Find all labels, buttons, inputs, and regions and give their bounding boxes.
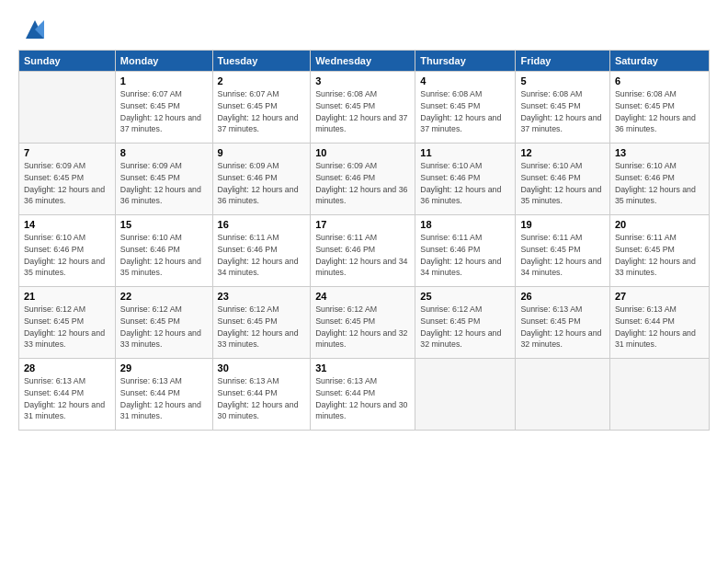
logo-icon [22,17,48,42]
header-saturday: Saturday [609,51,709,72]
day-info: Sunrise: 6:13 AMSunset: 6:44 PMDaylight:… [24,376,105,420]
day-number: 24 [315,291,410,302]
day-info: Sunrise: 6:07 AMSunset: 6:45 PMDaylight:… [218,89,299,133]
day-number: 13 [615,147,704,158]
calendar-cell [516,359,609,431]
day-info: Sunrise: 6:08 AMSunset: 6:45 PMDaylight:… [420,89,501,133]
day-number: 21 [24,291,110,302]
day-info: Sunrise: 6:10 AMSunset: 6:46 PMDaylight:… [520,161,601,205]
day-info: Sunrise: 6:12 AMSunset: 6:45 PMDaylight:… [420,304,501,349]
calendar-cell: 9 Sunrise: 6:09 AMSunset: 6:46 PMDayligh… [212,144,311,215]
logo [18,17,48,42]
calendar-week-row: 21 Sunrise: 6:12 AMSunset: 6:45 PMDaylig… [19,287,710,359]
calendar-cell: 6 Sunrise: 6:08 AMSunset: 6:45 PMDayligh… [609,72,709,144]
calendar-cell: 2 Sunrise: 6:07 AMSunset: 6:45 PMDayligh… [212,72,311,144]
day-info: Sunrise: 6:10 AMSunset: 6:46 PMDaylight:… [420,161,501,205]
day-info: Sunrise: 6:09 AMSunset: 6:45 PMDaylight:… [120,161,201,205]
calendar-cell: 7 Sunrise: 6:09 AMSunset: 6:45 PMDayligh… [19,144,116,215]
calendar-cell: 30 Sunrise: 6:13 AMSunset: 6:44 PMDaylig… [212,359,311,431]
calendar-header-row: SundayMondayTuesdayWednesdayThursdayFrid… [19,51,710,72]
day-number: 14 [24,219,110,230]
calendar-cell: 20 Sunrise: 6:11 AMSunset: 6:45 PMDaylig… [609,215,709,287]
day-number: 27 [615,291,704,302]
day-info: Sunrise: 6:13 AMSunset: 6:45 PMDaylight:… [520,304,601,349]
calendar-cell: 1 Sunrise: 6:07 AMSunset: 6:45 PMDayligh… [115,72,212,144]
day-number: 16 [218,219,306,230]
day-info: Sunrise: 6:11 AMSunset: 6:46 PMDaylight:… [315,233,407,277]
day-number: 5 [520,75,604,86]
day-number: 1 [120,75,208,86]
day-info: Sunrise: 6:09 AMSunset: 6:46 PMDaylight:… [315,161,407,205]
calendar-cell: 8 Sunrise: 6:09 AMSunset: 6:45 PMDayligh… [115,144,212,215]
day-number: 7 [24,147,110,158]
day-number: 20 [615,219,704,230]
calendar-cell: 12 Sunrise: 6:10 AMSunset: 6:46 PMDaylig… [516,144,609,215]
calendar-cell: 16 Sunrise: 6:11 AMSunset: 6:46 PMDaylig… [212,215,311,287]
day-number: 28 [24,362,110,373]
day-number: 31 [315,362,410,373]
day-number: 4 [420,75,510,86]
day-number: 15 [120,219,208,230]
calendar-cell: 13 Sunrise: 6:10 AMSunset: 6:46 PMDaylig… [609,144,709,215]
day-info: Sunrise: 6:09 AMSunset: 6:45 PMDaylight:… [24,161,105,205]
header-wednesday: Wednesday [311,51,415,72]
day-info: Sunrise: 6:13 AMSunset: 6:44 PMDaylight:… [218,376,299,420]
calendar-cell: 5 Sunrise: 6:08 AMSunset: 6:45 PMDayligh… [516,72,609,144]
day-number: 2 [218,75,306,86]
day-number: 25 [420,291,510,302]
day-number: 18 [420,219,510,230]
calendar-cell [609,359,709,431]
header-monday: Monday [115,51,212,72]
day-info: Sunrise: 6:12 AMSunset: 6:45 PMDaylight:… [24,304,105,349]
day-info: Sunrise: 6:10 AMSunset: 6:46 PMDaylight:… [24,233,105,277]
day-info: Sunrise: 6:11 AMSunset: 6:46 PMDaylight:… [420,233,501,277]
day-number: 19 [520,219,604,230]
calendar-cell: 25 Sunrise: 6:12 AMSunset: 6:45 PMDaylig… [415,287,516,359]
day-info: Sunrise: 6:11 AMSunset: 6:45 PMDaylight:… [520,233,601,277]
day-number: 26 [520,291,604,302]
calendar-cell: 27 Sunrise: 6:13 AMSunset: 6:44 PMDaylig… [609,287,709,359]
calendar-cell: 29 Sunrise: 6:13 AMSunset: 6:44 PMDaylig… [115,359,212,431]
day-info: Sunrise: 6:11 AMSunset: 6:46 PMDaylight:… [218,233,299,277]
header-thursday: Thursday [415,51,516,72]
day-number: 22 [120,291,208,302]
day-info: Sunrise: 6:12 AMSunset: 6:45 PMDaylight:… [120,304,201,349]
day-info: Sunrise: 6:10 AMSunset: 6:46 PMDaylight:… [615,161,696,205]
calendar-cell: 15 Sunrise: 6:10 AMSunset: 6:46 PMDaylig… [115,215,212,287]
day-info: Sunrise: 6:07 AMSunset: 6:45 PMDaylight:… [120,89,201,133]
day-number: 9 [218,147,306,158]
calendar-week-row: 14 Sunrise: 6:10 AMSunset: 6:46 PMDaylig… [19,215,710,287]
calendar-cell [19,72,116,144]
day-info: Sunrise: 6:13 AMSunset: 6:44 PMDaylight:… [315,376,407,420]
calendar-week-row: 28 Sunrise: 6:13 AMSunset: 6:44 PMDaylig… [19,359,710,431]
calendar-table: SundayMondayTuesdayWednesdayThursdayFrid… [18,50,710,431]
day-info: Sunrise: 6:10 AMSunset: 6:46 PMDaylight:… [120,233,201,277]
day-info: Sunrise: 6:12 AMSunset: 6:45 PMDaylight:… [315,304,407,349]
calendar-cell: 11 Sunrise: 6:10 AMSunset: 6:46 PMDaylig… [415,144,516,215]
calendar-cell [415,359,516,431]
header [18,17,710,42]
day-number: 3 [315,75,410,86]
day-info: Sunrise: 6:13 AMSunset: 6:44 PMDaylight:… [615,304,696,349]
calendar-week-row: 7 Sunrise: 6:09 AMSunset: 6:45 PMDayligh… [19,144,710,215]
calendar-cell: 10 Sunrise: 6:09 AMSunset: 6:46 PMDaylig… [311,144,415,215]
header-tuesday: Tuesday [212,51,311,72]
day-number: 23 [218,291,306,302]
day-number: 6 [615,75,704,86]
calendar-cell: 26 Sunrise: 6:13 AMSunset: 6:45 PMDaylig… [516,287,609,359]
day-info: Sunrise: 6:08 AMSunset: 6:45 PMDaylight:… [315,89,407,133]
calendar-cell: 14 Sunrise: 6:10 AMSunset: 6:46 PMDaylig… [19,215,116,287]
calendar-cell: 18 Sunrise: 6:11 AMSunset: 6:46 PMDaylig… [415,215,516,287]
day-info: Sunrise: 6:08 AMSunset: 6:45 PMDaylight:… [520,89,601,133]
calendar-cell: 4 Sunrise: 6:08 AMSunset: 6:45 PMDayligh… [415,72,516,144]
calendar-cell: 28 Sunrise: 6:13 AMSunset: 6:44 PMDaylig… [19,359,116,431]
calendar-cell: 22 Sunrise: 6:12 AMSunset: 6:45 PMDaylig… [115,287,212,359]
calendar-cell: 23 Sunrise: 6:12 AMSunset: 6:45 PMDaylig… [212,287,311,359]
day-number: 30 [218,362,306,373]
day-info: Sunrise: 6:09 AMSunset: 6:46 PMDaylight:… [218,161,299,205]
day-number: 17 [315,219,410,230]
calendar-cell: 19 Sunrise: 6:11 AMSunset: 6:45 PMDaylig… [516,215,609,287]
calendar-cell: 21 Sunrise: 6:12 AMSunset: 6:45 PMDaylig… [19,287,116,359]
day-number: 8 [120,147,208,158]
day-number: 11 [420,147,510,158]
